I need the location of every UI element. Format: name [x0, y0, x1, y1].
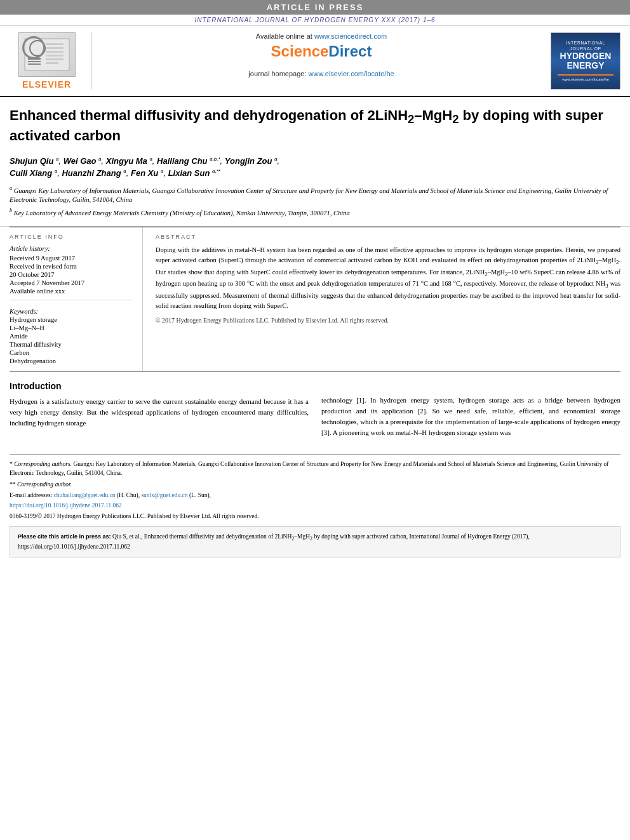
elsevier-logo-area: ELSEVIER — [10, 32, 92, 90]
journal-header-bar: INTERNATIONAL JOURNAL OF HYDROGEN ENERGY… — [0, 15, 630, 26]
svg-point-1 — [30, 41, 45, 56]
keyword-3: Amide — [10, 333, 133, 340]
elsevier-wordmark: ELSEVIER — [22, 79, 71, 90]
hydrogen-cover: INTERNATIONAL JOURNAL OF HYDROGENENERGY … — [551, 32, 620, 90]
keywords-section: Keywords: Hydrogen storage Li–Mg–N–H Ami… — [10, 308, 133, 364]
journal-homepage-label: journal homepage: www.elsevier.com/locat… — [105, 70, 538, 77]
email-line: E-mail addresses: chuhailiang@guet.edu.c… — [10, 491, 620, 500]
keyword-1: Hydrogen storage — [10, 316, 133, 323]
keyword-6: Dehydrogenation — [10, 357, 133, 364]
keywords-label: Keywords: — [10, 308, 38, 315]
footer-notes: * Corresponding authors. Guangxi Key Lab… — [10, 454, 620, 521]
article-history: Article history: Received 9 August 2017 … — [10, 245, 133, 295]
divider — [10, 300, 133, 300]
affiliation-a: a Guangxi Key Laboratory of Information … — [10, 185, 620, 205]
article-info-column: ARTICLE INFO Article history: Received 9… — [10, 227, 143, 371]
abstract-heading: ABSTRACT — [156, 234, 620, 240]
body-right-col: technology [1]. In hydrogen energy syste… — [321, 381, 620, 438]
top-header: ELSEVIER Available online at www.science… — [0, 26, 630, 97]
svg-rect-6 — [46, 47, 64, 49]
received-revised-label: Received in revised form — [10, 263, 133, 270]
received-date: Received 9 August 2017 — [10, 255, 133, 262]
svg-rect-9 — [46, 58, 64, 60]
article-info-abstract-section: ARTICLE INFO Article history: Received 9… — [10, 227, 620, 371]
introduction-heading: Introduction — [10, 381, 309, 391]
copyright-text: © 2017 Hydrogen Energy Publications LLC.… — [156, 317, 620, 324]
keyword-4: Thermal diffusivity — [10, 341, 133, 348]
article-title: Enhanced thermal diffusivity and dehydro… — [10, 107, 620, 145]
corresponding-note-2: ** Corresponding author. — [10, 480, 620, 489]
svg-rect-5 — [46, 43, 64, 45]
revised-date: 20 October 2017 — [10, 271, 133, 278]
keyword-2: Li–Mg–N–H — [10, 324, 133, 331]
affiliation-b: b Key Laboratory of Advanced Energy Mate… — [10, 207, 620, 218]
journal-info-area: Available online at www.sciencedirect.co… — [92, 32, 551, 90]
cover-title-top: INTERNATIONAL JOURNAL OF — [554, 40, 617, 51]
intro-right-text: technology [1]. In hydrogen energy syste… — [321, 395, 620, 438]
svg-rect-7 — [46, 51, 64, 53]
abstract-column: ABSTRACT Doping with the additives in me… — [143, 227, 620, 371]
authors-line: Shujun Qiu a, Wei Gao a, Xingyu Ma a, Ha… — [10, 155, 620, 180]
citation-label: Please cite this article in press as: — [18, 533, 111, 540]
body-left-col: Introduction Hydrogen is a satisfactory … — [10, 381, 309, 438]
sciencedirect-link[interactable]: www.sciencedirect.com — [314, 32, 387, 40]
svg-rect-8 — [46, 55, 64, 57]
cover-title-main: HYDROGENENERGY — [560, 51, 612, 71]
email-link-2[interactable]: sunlx@guet.edu.cn — [141, 492, 187, 498]
svg-rect-4 — [28, 63, 41, 65]
available-online-label: Available online at www.sciencedirect.co… — [105, 32, 538, 40]
issn-line: 0360-3199/© 2017 Hydrogen Energy Publica… — [10, 512, 620, 521]
email-link-1[interactable]: chuhailiang@guet.edu.cn — [54, 492, 116, 498]
doi-link[interactable]: https://doi.org/10.1016/j.ijhydene.2017.… — [10, 502, 122, 509]
affiliations: a Guangxi Key Laboratory of Information … — [10, 185, 620, 218]
doi-line: https://doi.org/10.1016/j.ijhydene.2017.… — [10, 501, 620, 510]
keyword-5: Carbon — [10, 349, 133, 356]
svg-rect-3 — [28, 61, 41, 62]
body-two-col: Introduction Hydrogen is a satisfactory … — [10, 381, 620, 438]
elsevier-logo-box — [18, 32, 76, 77]
available-online: Available online xxx — [10, 288, 133, 295]
citation-bar: Please cite this article in press as: Qi… — [10, 526, 620, 557]
article-in-press-banner: ARTICLE IN PRESS — [0, 0, 630, 15]
article-info-heading: ARTICLE INFO — [10, 234, 133, 240]
svg-rect-2 — [28, 58, 41, 60]
history-label: Article history: — [10, 245, 133, 252]
article-title-section: Enhanced thermal diffusivity and dehydro… — [0, 97, 630, 227]
accepted-date: Accepted 7 November 2017 — [10, 279, 133, 286]
corresponding-note-1: * Corresponding authors. Guangxi Key Lab… — [10, 460, 620, 478]
sciencedirect-logo: ScienceDirect — [105, 43, 538, 60]
abstract-text: Doping with the additives in metal-N–H s… — [156, 245, 620, 312]
intro-left-text: Hydrogen is a satisfactory energy carrie… — [10, 396, 309, 429]
body-section: Introduction Hydrogen is a satisfactory … — [0, 371, 630, 448]
svg-rect-10 — [46, 62, 58, 64]
elsevier-journal-link[interactable]: www.elsevier.com/locate/he — [309, 70, 394, 77]
